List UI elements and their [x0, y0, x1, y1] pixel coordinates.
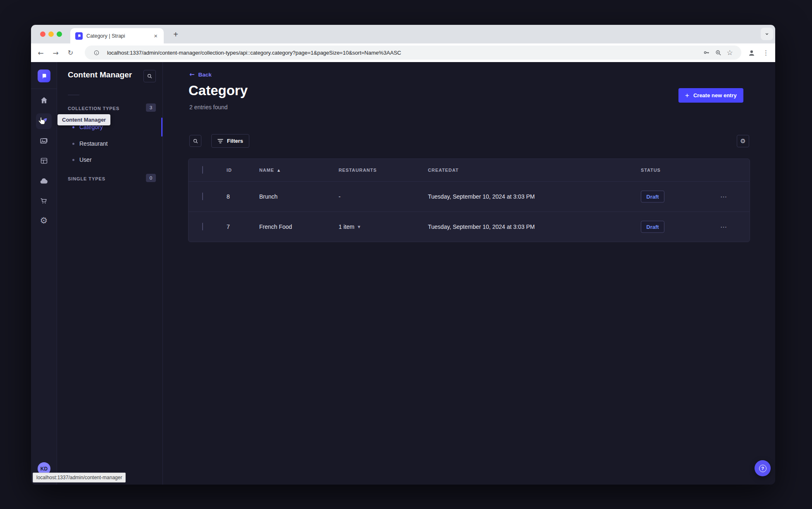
active-item-indicator: [161, 118, 162, 137]
subnav-title: Content Manager: [68, 70, 132, 79]
browser-tab-strip: Category | Strapi × +: [31, 25, 775, 43]
reload-button[interactable]: ↻: [64, 46, 77, 59]
tab-title: Category | Strapi: [86, 33, 153, 39]
row-checkbox[interactable]: [202, 193, 203, 200]
nav-cloud-button[interactable]: [36, 173, 52, 189]
filter-icon: [217, 139, 223, 144]
sort-ascending-icon: ▲: [277, 168, 280, 172]
bullet-icon: [72, 126, 74, 128]
row-checkbox[interactable]: [202, 223, 203, 230]
table-row[interactable]: 8 Brunch - Tuesday, September 10, 2024 a…: [189, 182, 750, 212]
link-status-bubble: localhost:1337/admin/content-manager: [33, 473, 126, 483]
table-row[interactable]: 7 French Food 1 item ▼ Tuesday, Septembe…: [189, 212, 750, 242]
bullet-icon: [72, 159, 74, 161]
chevron-down-icon: ▼: [358, 225, 360, 229]
collection-types-label: COLLECTION TYPES: [68, 106, 119, 111]
cell-name: French Food: [259, 223, 292, 230]
strapi-logo[interactable]: [38, 70, 50, 82]
question-icon: ?: [759, 465, 767, 472]
cell-name: Brunch: [259, 193, 277, 200]
column-header-restaurants[interactable]: RESTAURANTS: [339, 168, 377, 173]
rail-divider: [31, 89, 57, 89]
filters-button[interactable]: Filters: [211, 134, 249, 148]
plus-icon: +: [685, 92, 689, 99]
subnav-divider: [68, 95, 79, 95]
filters-label: Filters: [227, 138, 243, 144]
browser-window: Category | Strapi × + ← → ↻ localhost:13…: [31, 25, 775, 485]
single-types-label: SINGLE TYPES: [68, 176, 105, 181]
back-link-label: Back: [198, 72, 212, 78]
bookmark-star-icon[interactable]: ☆: [724, 47, 736, 58]
content-manager-tooltip: Content Manager: [57, 114, 110, 125]
strapi-admin-app: ⚙ KD Content Manager COLLECTION TYPES 3 …: [31, 62, 775, 485]
help-button[interactable]: ?: [755, 460, 771, 476]
address-bar[interactable]: localhost:1337/admin/content-manager/col…: [85, 46, 741, 60]
page-title: Category: [189, 83, 248, 98]
strapi-favicon-icon: [75, 32, 83, 40]
subnav-search-button[interactable]: [143, 70, 156, 82]
cell-id: 8: [227, 193, 230, 200]
column-header-createdat[interactable]: CREATEDAT: [428, 168, 459, 173]
url-text[interactable]: localhost:1337/admin/content-manager/col…: [107, 50, 701, 56]
back-button[interactable]: ←: [34, 46, 47, 59]
desktop-background: Category | Strapi × + ← → ↻ localhost:13…: [0, 0, 812, 509]
collection-types-count-badge: 3: [146, 103, 156, 112]
restaurants-count-label: 1 item: [339, 223, 354, 230]
forward-button[interactable]: →: [49, 46, 62, 59]
nav-settings-button[interactable]: ⚙: [36, 213, 52, 228]
site-info-icon[interactable]: [91, 47, 102, 58]
maximize-window-button[interactable]: [57, 31, 62, 37]
status-badge: Draft: [641, 191, 664, 203]
sidebar-item-label: User: [79, 156, 92, 163]
view-settings-button[interactable]: ⚙: [737, 135, 749, 147]
column-header-id[interactable]: ID: [227, 168, 232, 173]
new-tab-button[interactable]: +: [170, 29, 182, 40]
column-header-name-label: NAME: [259, 168, 274, 173]
sidebar-item-user[interactable]: User: [57, 151, 162, 168]
create-new-entry-button[interactable]: + Create new entry: [678, 88, 743, 103]
entries-count: 2 entries found: [189, 104, 228, 110]
column-header-name[interactable]: NAME ▲: [259, 168, 280, 173]
row-actions-button[interactable]: ⋯: [720, 193, 727, 201]
close-tab-icon[interactable]: ×: [153, 32, 159, 40]
entries-table: ID NAME ▲ RESTAURANTS CREATEDAT STATUS 8…: [188, 158, 750, 242]
browser-toolbar: ← → ↻ localhost:1337/admin/content-manag…: [31, 43, 775, 62]
sidebar-item-label: Restaurant: [79, 140, 107, 147]
nav-content-type-builder-button[interactable]: [36, 153, 52, 168]
browser-tab[interactable]: Category | Strapi ×: [70, 28, 164, 43]
browser-menu-icon[interactable]: ⋮: [759, 46, 772, 59]
arrow-left-icon: ←: [189, 71, 195, 78]
bullet-icon: [72, 143, 74, 145]
gear-icon: ⚙: [40, 216, 48, 226]
table-header-row: ID NAME ▲ RESTAURANTS CREATEDAT STATUS: [189, 159, 750, 182]
password-manager-icon[interactable]: [701, 47, 712, 58]
nav-marketplace-button[interactable]: [36, 193, 52, 209]
cell-id: 7: [227, 223, 230, 230]
minimize-window-button[interactable]: [48, 31, 54, 37]
content-manager-subnav: Content Manager COLLECTION TYPES 3 Categ…: [57, 62, 163, 485]
search-icon: [147, 73, 153, 79]
single-types-count-badge: 0: [146, 174, 156, 182]
column-header-status[interactable]: STATUS: [641, 168, 661, 173]
nav-media-library-button[interactable]: [36, 133, 52, 149]
close-window-button[interactable]: [40, 31, 45, 37]
sidebar-item-restaurant[interactable]: Restaurant: [57, 135, 162, 152]
create-new-entry-label: Create new entry: [693, 92, 737, 98]
select-all-checkbox[interactable]: [202, 166, 203, 174]
cell-restaurants[interactable]: 1 item ▼: [339, 223, 360, 230]
zoom-icon[interactable]: [712, 47, 724, 58]
back-link[interactable]: ← Back: [189, 71, 212, 78]
cell-restaurants: -: [339, 193, 341, 200]
images-icon: [39, 136, 48, 145]
chevron-down-icon: [764, 31, 769, 36]
profile-avatar-icon[interactable]: [745, 46, 758, 59]
tab-search-button[interactable]: [761, 28, 773, 40]
table-search-button[interactable]: [189, 135, 201, 147]
row-actions-button[interactable]: ⋯: [720, 223, 727, 231]
mouse-cursor: [37, 116, 47, 128]
home-icon: [40, 96, 48, 105]
cart-icon: [39, 196, 48, 205]
search-icon: [193, 138, 198, 144]
nav-home-button[interactable]: [36, 92, 52, 108]
status-badge: Draft: [641, 221, 664, 233]
